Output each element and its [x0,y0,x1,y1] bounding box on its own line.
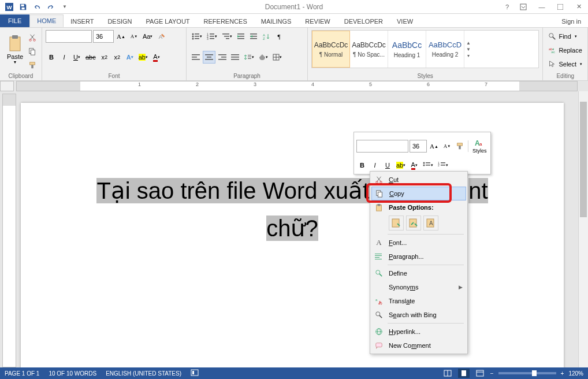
undo-icon[interactable] [31,1,43,13]
format-painter-button[interactable] [27,59,38,72]
help-button[interactable]: ? [500,0,514,14]
mini-format-painter[interactable] [454,140,466,153]
mini-font-color[interactable]: A▾ [408,159,420,172]
align-center-button[interactable] [203,51,215,64]
superscript-button[interactable]: x2 [111,51,123,64]
mini-numbering[interactable]: 12▾ [436,159,450,172]
mini-highlight[interactable]: ab▾ [395,159,407,172]
view-web-layout[interactable] [474,369,486,378]
view-print-layout[interactable] [458,369,470,378]
mini-font-name[interactable] [356,140,408,153]
font-size-input[interactable] [93,30,114,43]
multilevel-list-button[interactable]: ▾ [220,30,234,43]
shading-button[interactable]: ▾ [257,51,270,64]
vertical-scrollbar[interactable] [578,91,588,367]
mini-underline[interactable]: U [382,159,393,172]
tab-insert[interactable]: INSERT [64,16,101,27]
ctx-paragraph[interactable]: Paragraph... [371,250,466,263]
style-normal[interactable]: AaBbCcDc¶ Normal [312,31,350,68]
mini-styles[interactable]: AaStyles [471,135,489,158]
numbering-button[interactable]: 123▾ [205,30,219,43]
qat-dropdown-icon[interactable]: ▼ [59,1,70,13]
word-icon[interactable]: W [3,1,15,13]
mini-italic[interactable]: I [369,159,381,172]
select-button[interactable]: Select▾ [546,58,584,70]
mini-shrink-font[interactable]: A▼ [441,140,453,153]
ctx-font[interactable]: A Font... [371,236,466,250]
clear-formatting-button[interactable]: A [155,30,167,43]
bullets-button[interactable]: ▾ [190,30,204,43]
change-case-button[interactable]: Aa▾ [141,30,154,43]
mini-bold[interactable]: B [356,159,368,172]
style-heading2[interactable]: AaBbCcDHeading 2 [426,31,464,68]
tab-view[interactable]: VIEW [390,16,420,27]
justify-button[interactable] [229,51,241,64]
status-words[interactable]: 10 OF 10 WORDS [49,370,96,377]
paste-text-only[interactable]: A [423,215,438,231]
tab-review[interactable]: REVIEW [298,16,337,27]
zoom-slider[interactable] [498,372,556,374]
h-ruler[interactable]: 1 2 3 4 5 6 7 [16,81,578,91]
save-icon[interactable] [17,1,29,13]
subscript-button[interactable]: x2 [99,51,110,64]
ctx-search-bing[interactable]: Search with Bing [371,308,466,322]
tab-file[interactable]: FILE [0,14,29,27]
ctx-cut[interactable]: CuCutt [371,173,466,187]
zoom-in[interactable]: + [561,370,564,377]
mini-bullets[interactable]: ▾ [421,159,435,172]
underline-button[interactable]: U▾ [71,51,83,64]
ribbon-display-button[interactable] [514,0,533,14]
view-read-mode[interactable] [442,369,453,378]
style-no-spacing[interactable]: AaBbCcDc¶ No Spac... [350,31,388,68]
zoom-level[interactable]: 120% [568,370,583,377]
ctx-new-comment[interactable]: New Comment [371,339,466,352]
ctx-hyperlink[interactable]: Hyperlink... [371,325,466,339]
sign-in-link[interactable]: Sign in [554,16,588,27]
tab-developer[interactable]: DEVELOPER [337,16,390,27]
paste-keep-formatting[interactable] [389,215,404,231]
minimize-button[interactable]: — [533,0,551,14]
grow-font-button[interactable]: A▲ [115,30,127,43]
paste-merge-formatting[interactable] [406,215,421,231]
status-macro-icon[interactable] [191,369,199,377]
styles-expand[interactable]: ▾ [467,53,470,58]
maximize-button[interactable] [551,0,570,14]
tab-page-layout[interactable]: PAGE LAYOUT [139,16,197,27]
zoom-out[interactable]: − [490,370,494,377]
borders-button[interactable]: ▾ [271,51,284,64]
tab-home[interactable]: HOME [29,14,64,27]
redo-icon[interactable] [45,1,57,13]
styles-scroll-down[interactable]: ▼ [466,47,471,52]
cut-button[interactable] [27,31,38,44]
styles-scroll-up[interactable]: ▲ [466,40,471,46]
mini-font-size[interactable] [410,140,427,153]
replace-button[interactable]: abacReplace [546,44,584,57]
v-ruler[interactable] [2,94,16,367]
find-button[interactable]: Find▾ [546,30,584,43]
show-hide-button[interactable]: ¶ [273,30,285,43]
style-heading1[interactable]: AaBbCcHeading 1 [388,31,426,68]
font-name-input[interactable] [46,30,92,43]
ctx-synonyms[interactable]: Synonyms ▶ [371,280,466,294]
align-left-button[interactable] [190,51,202,64]
align-right-button[interactable] [217,51,228,64]
copy-button[interactable] [27,45,38,58]
strikethrough-button[interactable]: abc [84,51,98,64]
mini-grow-font[interactable]: A▲ [428,140,440,153]
font-color-button[interactable]: A▾ [151,51,162,64]
paste-button[interactable]: Paste ▼ [3,30,27,68]
ctx-copy[interactable]: Copy [371,187,466,200]
status-language[interactable]: ENGLISH (UNITED STATES) [106,370,181,377]
status-page[interactable]: PAGE 1 OF 1 [5,370,39,377]
shrink-font-button[interactable]: A▼ [128,30,140,43]
tab-references[interactable]: REFERENCES [197,16,254,27]
tab-design[interactable]: DESIGN [101,16,139,27]
ctx-define[interactable]: Define [371,266,466,280]
ctx-translate[interactable]: aあ Translate [371,294,466,308]
decrease-indent-button[interactable] [235,30,247,43]
italic-button[interactable]: I [58,51,70,64]
text-effects-button[interactable]: A▾ [124,51,136,64]
close-button[interactable]: ✕ [570,0,588,14]
sort-button[interactable]: AZ [260,30,272,43]
bold-button[interactable]: B [46,51,57,64]
